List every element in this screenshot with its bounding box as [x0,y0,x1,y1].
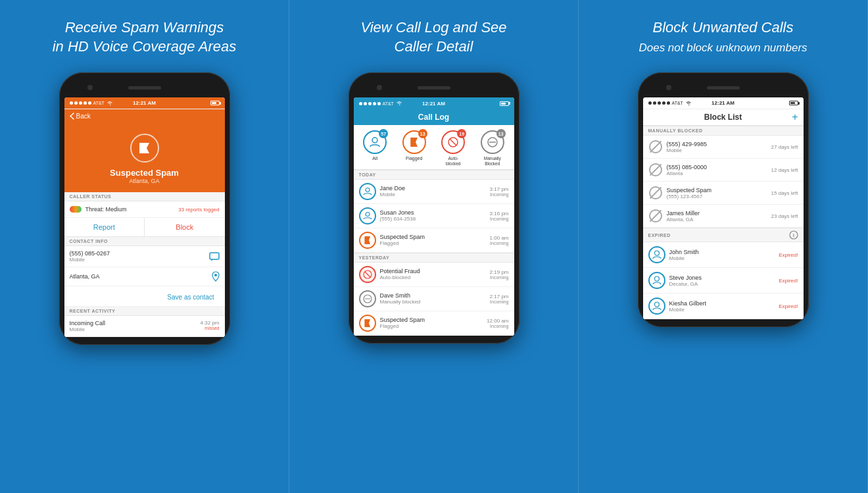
expired-name-john-smith: John Smith [669,249,775,255]
svg-marker-6 [411,138,418,147]
expired-row-kiesha-gilbert[interactable]: Kiesha Gilbert Mobile Expired! [643,294,804,319]
expired-header: EXPIRED i [643,228,804,242]
phone-frame-1: AT&T 12:21 AM Back [59,72,230,345]
info-icon: i [789,230,798,240]
call-sub-dave-smith: Manually blocked [380,299,486,305]
phone-frame-2: AT&T 12:21 AM Call Log [349,72,519,344]
panel-block-list: Block Unwanted Calls Does not block unkn… [579,0,868,493]
panel-call-log: View Call Log and See Caller Detail AT&T [289,0,579,493]
blocked-row-4[interactable]: James Miller Atlanta, GA 23 days left [643,205,804,228]
call-row-jane-doe[interactable]: Jane Doe Mobile 3:17 pm Incoming [354,180,514,204]
block-button[interactable]: Block [145,218,225,236]
call-row-susan-jones[interactable]: Susan Jones (555) 634-2538 3:16 pm Incom… [354,204,514,228]
filter-flagged[interactable]: 13 Flagged [395,130,433,167]
blocked-name-3: Suspected Spam [667,187,767,194]
call-sub-potential-fraud: Auto-blocked [380,274,486,280]
filter-all[interactable]: 57 All [356,130,395,167]
battery-icon-2 [500,101,509,106]
call-name-spam-today: Suspected Spam [380,234,486,240]
filter-flagged-label: Flagged [406,156,422,161]
threat-label: Threat: Medium [85,206,127,213]
filter-autoblocked[interactable]: 19 Auto-blocked [435,130,473,167]
hero-subtitle: Atlanta, GA [129,178,159,184]
filter-autoblocked-badge: 19 [457,129,466,138]
user-icon-john-smith [648,246,665,263]
location-row: Atlanta, GA [64,267,225,286]
recent-call-label: Incoming Call [70,320,201,326]
location-icon [212,271,220,282]
location: Atlanta, GA [70,273,212,280]
call-name-spam-yesterday: Suspected Spam [380,317,483,323]
call-log-filters: 57 All 13 Flagged 19 Auto-blo [354,125,514,170]
phone-frame-3: AT&T 12:21 AM Block List + MANUALLY BLOC… [638,72,809,327]
blocked-row-3[interactable]: Suspected Spam (555) 123-4567 15 days le… [643,182,804,205]
blocked-status-1: 27 days left [771,144,798,150]
blocked-row-2[interactable]: (555) 085-0000 Atlanta 12 days left [643,159,804,182]
caller-status-header: CALLER STATUS [64,192,225,201]
svg-marker-20 [365,319,370,327]
phone-screen-2: AT&T 12:21 AM Call Log [354,97,514,336]
manually-blocked-icon [487,136,498,148]
expired-row-john-smith[interactable]: John Smith Mobile Expired! [643,242,804,268]
blocked-sub-4: Atlanta, GA [667,217,767,222]
blocked-name-2: (555) 085-0000 [667,164,767,170]
report-button[interactable]: Report [64,218,145,236]
call-sub-jane-doe: Mobile [380,192,486,197]
action-buttons: Report Block [64,218,225,237]
block-list-title: Block List [704,113,742,122]
status-carrier-2: AT&T [383,101,394,106]
block-list-header: Block List + [643,109,804,126]
hero-section: Suspected Spam Atlanta, GA [64,123,225,192]
svg-point-12 [366,188,370,192]
expired-row-steve-jones[interactable]: Steve Jones Decatur, GA Expired! [643,268,804,294]
filter-manually-badge: 13 [496,129,506,138]
status-bar-3: AT&T 12:21 AM [643,97,804,109]
call-log-header: Call Log [354,109,514,125]
call-row-spam-yesterday[interactable]: Suspected Spam Flagged 12:00 am Incoming [354,311,514,336]
add-block-button[interactable]: + [792,111,798,123]
recent-call-row: Incoming Call Mobile 4:32 pm missed [64,316,225,337]
save-contact-row: Save as contact [64,286,225,307]
expired-name-steve-jones: Steve Jones [669,274,775,281]
call-sub-spam-yesterday: Flagged [380,323,483,329]
status-bar-1: AT&T 12:21 AM [64,97,225,109]
phone-speaker-3 [707,86,740,90]
battery-icon-3 [789,101,798,105]
recent-call-status: missed [201,326,220,330]
recent-call-sub: Mobile [70,326,201,332]
recent-call-time: 4:32 pm [201,320,220,326]
filter-manually[interactable]: 13 ManuallyBlocked [473,130,512,167]
wifi-icon-2 [396,101,402,106]
blocked-sub-3: (555) 123-4567 [667,194,767,199]
svg-point-5 [372,138,377,143]
manually-blocked-header: MANUALLY BLOCKED [643,126,804,136]
expired-name-kiesha-gilbert: Kiesha Gilbert [669,300,775,307]
phone-number-row: (555) 085-0267 Mobile [64,246,225,267]
status-time-1: 12:21 AM [133,100,156,106]
filter-autoblocked-icon-wrap: 19 [441,130,465,154]
svg-point-4 [214,274,217,276]
call-row-potential-fraud[interactable]: Potential Fraud Auto-blocked 2:19 pm Inc… [354,263,514,287]
back-button[interactable]: Back [70,113,91,120]
threat-level-icon [70,206,82,213]
reports-count: 33 reports logged [178,207,219,213]
expired-sub-steve-jones: Decatur, GA [669,281,775,287]
flag-icon-spam-today [359,232,376,249]
call-name-susan-jones: Susan Jones [380,209,486,216]
filter-manually-icon-wrap: 13 [481,130,504,154]
blocked-row-1[interactable]: (555) 429-9985 Mobile 27 days left [643,136,804,159]
phone-notch-2 [354,80,514,95]
call-log-title: Call Log [359,113,509,122]
contact-info-header: CONTACT INFO [64,237,225,246]
blocked-name-1: (555) 429-9985 [667,141,767,147]
no-call-icon-3 [648,186,663,200]
status-bar-2: AT&T 12:21 AM [354,97,514,109]
status-carrier-3: AT&T [672,101,683,105]
expired-status-kiesha-gilbert: Expired! [779,303,798,309]
save-contact-link[interactable]: Save as contact [162,288,219,306]
call-row-dave-smith[interactable]: Dave Smith Manually blocked 2:17 pm Inco… [354,287,514,311]
call-name-jane-doe: Jane Doe [380,185,486,192]
filter-manually-label: ManuallyBlocked [484,156,501,167]
call-row-spam-today[interactable]: Suspected Spam Flagged 1:00 am Incoming [354,228,514,253]
status-carrier-1: AT&T [93,101,105,105]
